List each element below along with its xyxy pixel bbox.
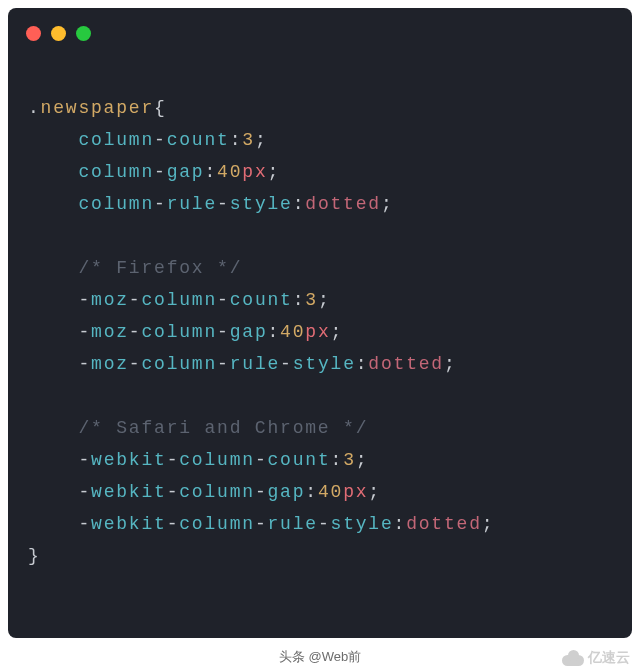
minimize-icon[interactable]: [51, 26, 66, 41]
window-controls: [26, 26, 91, 41]
cloud-icon: [562, 650, 584, 666]
watermark-text: 亿速云: [588, 649, 630, 667]
code-block: .newspaper{ column-count:3; column-gap:4…: [28, 92, 494, 572]
zoom-icon[interactable]: [76, 26, 91, 41]
page-footer: 头条 @Web前 亿速云: [0, 645, 640, 671]
footer-source: 头条 @Web前: [279, 648, 361, 666]
watermark: 亿速云: [562, 649, 630, 667]
code-window: .newspaper{ column-count:3; column-gap:4…: [8, 8, 632, 638]
close-icon[interactable]: [26, 26, 41, 41]
